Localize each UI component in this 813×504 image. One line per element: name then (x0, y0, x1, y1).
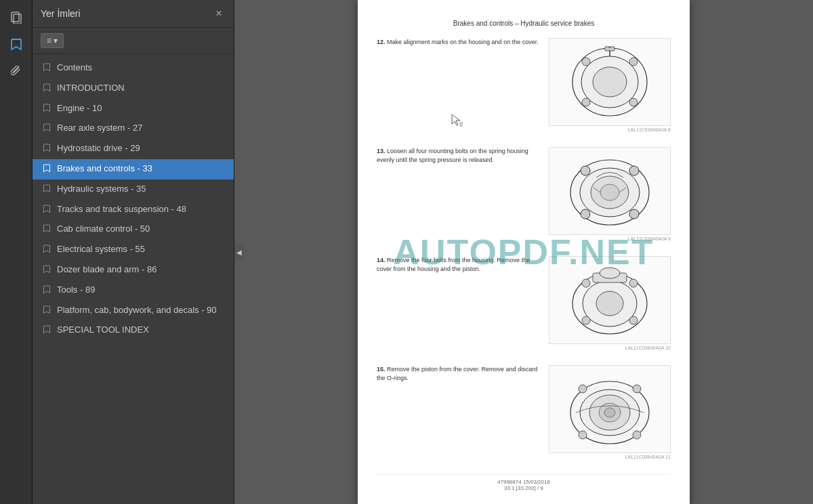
bookmark-item-platform[interactable]: Platform, cab, bodywork, and decals - 90 (33, 301, 234, 321)
bookmark-label-dozer: Dozer blade and arm - 86 (57, 264, 226, 276)
bookmark-item-dozer[interactable]: Dozer blade and arm - 86 (33, 260, 234, 280)
bookmark-label-contents: Contents (57, 62, 226, 74)
svg-point-29 (596, 291, 623, 316)
bookmark-icon-contents (43, 63, 51, 75)
bookmark-label-tracks: Tracks and track suspension - 48 (57, 203, 226, 215)
step-13-caption: LAL11C03840A0A 9 (549, 236, 671, 241)
bookmark-label-special-tool: SPECIAL TOOL INDEX (57, 324, 226, 336)
svg-point-15 (581, 166, 590, 175)
bookmark-icon-tools (43, 285, 51, 297)
svg-point-36 (579, 385, 587, 393)
bookmark-label-electrical: Electrical systems - 55 (57, 243, 226, 255)
bookmark-icon-hydrostatic (43, 144, 51, 156)
svg-point-37 (633, 431, 641, 439)
bookmark-item-hydraulic[interactable]: Hydraulic systems - 35 (33, 180, 234, 200)
bookmark-item-electrical[interactable]: Electrical systems - 55 (33, 240, 234, 260)
close-button[interactable]: × (212, 7, 226, 20)
page-footer: 47998874 15/03/2016 33.1 [33.202] / 8 (377, 474, 671, 491)
bookmarks-icon[interactable] (4, 33, 28, 57)
svg-point-4 (593, 67, 627, 97)
step-13-text: 13. Loosen all four mounting bolts on th… (377, 147, 539, 164)
bookmark-label-rear-axle: Rear axle system - 27 (57, 122, 226, 134)
step-13-image (549, 147, 671, 235)
bookmark-item-engine[interactable]: Engine - 10 (33, 99, 234, 119)
pages-icon[interactable] (4, 5, 28, 30)
bookmark-icon-introduction (43, 83, 51, 96)
bookmark-icon-hydraulic (43, 184, 51, 196)
svg-point-26 (582, 279, 590, 287)
step-14-row: 14. Remove the four bolts from the housi… (377, 256, 671, 356)
svg-point-10 (582, 98, 590, 106)
bookmark-item-brakes[interactable]: Brakes and controls - 33 (33, 159, 234, 180)
bookmark-item-tracks[interactable]: Tracks and track suspension - 48 (33, 200, 234, 220)
main-content: AUTOPDF.NET Brakes and controls – Hydrau… (234, 0, 813, 504)
bookmark-icon-brakes (43, 164, 51, 176)
collapse-panel-button[interactable]: ◀ (234, 243, 244, 261)
bookmark-label-platform: Platform, cab, bodywork, and decals - 90 (57, 304, 226, 316)
step-12-caption: LAL11C03840A0A 8 (549, 127, 671, 132)
svg-point-35 (633, 385, 641, 393)
step-15-image (549, 365, 671, 453)
step-15-number: 15. (377, 366, 385, 373)
bookmark-label-hydraulic: Hydraulic systems - 35 (57, 183, 226, 195)
pdf-page: Brakes and controls – Hydraulic service … (358, 0, 690, 504)
sidebar-panel: Yer İmleri × ≡ ▾ ContentsINTRODUCTIONEng… (33, 0, 234, 504)
svg-point-14 (629, 166, 639, 175)
sidebar-title: Yer İmleri (41, 8, 81, 19)
left-toolbar (0, 0, 33, 504)
bookmark-icon-electrical (43, 245, 51, 257)
bookmark-icon-dozer (43, 265, 51, 277)
bookmark-icon-rear-axle (43, 123, 51, 135)
step-15-row: 15. Remove the piston from the cover. Re… (377, 365, 671, 465)
step-14-number: 14. (377, 257, 385, 264)
bookmark-item-hydrostatic[interactable]: Hydrostatic drive - 29 (33, 139, 234, 159)
svg-point-24 (600, 268, 620, 278)
bookmark-item-cab-climate[interactable]: Cab climate control - 50 (33, 219, 234, 240)
step-15-caption: LAL11C03840A0A 11 (549, 455, 671, 459)
svg-point-38 (579, 431, 587, 439)
step-15-image-container: LAL11C03840A0A 11 (549, 365, 671, 465)
svg-point-17 (581, 209, 590, 219)
step-13-number: 13. (377, 148, 385, 154)
step-14-text: 14. Remove the four bolts from the housi… (377, 256, 539, 273)
svg-point-9 (629, 98, 638, 106)
svg-point-28 (582, 316, 590, 324)
svg-rect-0 (12, 12, 19, 22)
bookmark-label-brakes: Brakes and controls - 33 (57, 163, 226, 175)
svg-rect-1 (14, 14, 21, 24)
bookmark-item-special-tool[interactable]: SPECIAL TOOL INDEX (33, 320, 234, 341)
bookmark-item-contents[interactable]: Contents (33, 58, 234, 79)
step-13-content: Loosen all four mounting bolts on the sp… (377, 148, 528, 163)
bookmark-item-tools[interactable]: Tools - 89 (33, 280, 234, 301)
svg-point-18 (600, 184, 619, 201)
footer-line2: 33.1 [33.202] / 8 (377, 485, 671, 491)
svg-rect-6 (605, 47, 614, 51)
step-13-image-container: LAL11C03840A0A 9 (549, 147, 671, 247)
bookmark-icon-special-tool (43, 325, 51, 337)
step-14-image (549, 256, 671, 344)
bookmark-label-hydrostatic: Hydrostatic drive - 29 (57, 142, 226, 154)
bookmark-label-tools: Tools - 89 (57, 284, 226, 296)
paperclip-icon[interactable] (4, 60, 28, 84)
page-header-title: Brakes and controls – Hydraulic service … (377, 20, 671, 27)
step-12-content: Make alignment marks on the housing and … (387, 39, 539, 45)
sidebar-header: Yer İmleri × (33, 0, 234, 28)
bookmark-list: ContentsINTRODUCTIONEngine - 10Rear axle… (33, 54, 234, 504)
view-options-button[interactable]: ≡ ▾ (41, 33, 64, 48)
step-14-content: Remove the four bolts from the housing. … (377, 257, 530, 272)
step-12-number: 12. (377, 39, 385, 45)
bookmark-item-rear-axle[interactable]: Rear axle system - 27 (33, 119, 234, 139)
step-12-row: 12. Make alignment marks on the housing … (377, 38, 671, 138)
bookmark-icon-cab-climate (43, 224, 51, 236)
bookmark-item-introduction[interactable]: INTRODUCTION (33, 79, 234, 99)
svg-point-16 (629, 209, 639, 219)
step-15-content: Remove the piston from the cover. Remove… (377, 366, 537, 381)
step-12-text: 12. Make alignment marks on the housing … (377, 38, 539, 47)
step-15-text: 15. Remove the piston from the cover. Re… (377, 365, 539, 382)
svg-point-27 (629, 316, 638, 324)
step-12-image-container: LAL11C03840A0A 8 (549, 38, 671, 138)
footer-line1: 47998874 15/03/2016 (377, 479, 671, 485)
step-14-caption: LAL11C03840A0A 10 (549, 345, 671, 350)
bookmark-icon-engine (43, 104, 51, 116)
sidebar-toolbar: ≡ ▾ (33, 28, 234, 54)
